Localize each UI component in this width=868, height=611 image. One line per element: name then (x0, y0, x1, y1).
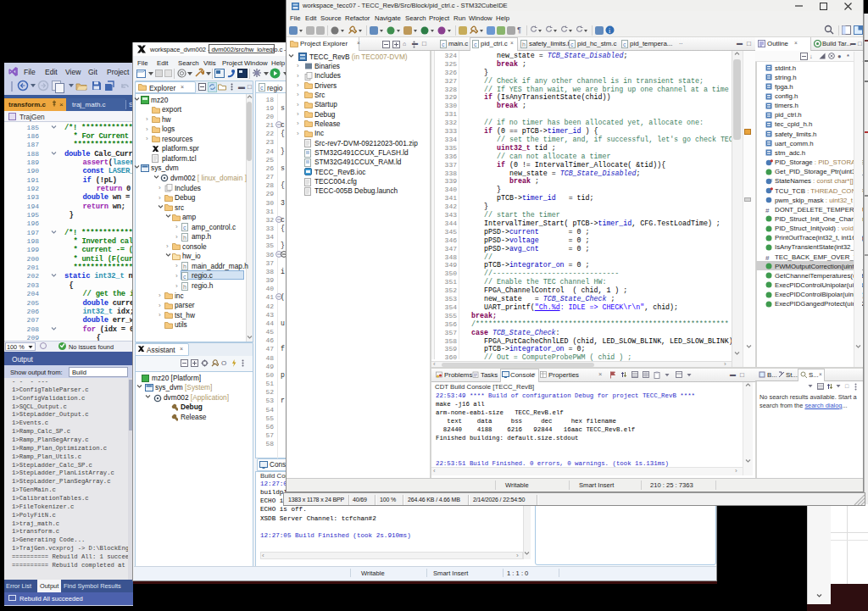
svg-text:c: c (771, 178, 773, 182)
svg-text:c: c (260, 85, 264, 91)
svg-text:c: c (183, 225, 186, 231)
svg-text:h: h (183, 284, 186, 290)
svg-text:c: c (183, 274, 186, 280)
svg-text:c: c (623, 42, 626, 47)
svg-text:c: c (570, 42, 574, 47)
svg-text:#: # (765, 254, 770, 261)
svg-text:#: # (765, 207, 770, 214)
svg-text:h: h (183, 264, 186, 269)
svg-text:c: c (474, 42, 477, 47)
svg-text:c: c (442, 42, 445, 47)
svg-text:h: h (522, 42, 526, 47)
svg-text:h: h (183, 235, 186, 241)
